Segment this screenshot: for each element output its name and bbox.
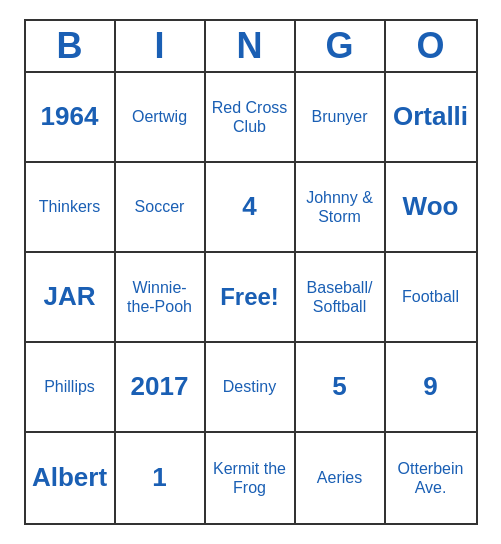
bingo-cell-0: 1964	[26, 73, 116, 163]
bingo-cell-16: 2017	[116, 343, 206, 433]
bingo-grid: 1964OertwigRed Cross ClubBrunyerOrtalliT…	[26, 73, 476, 523]
bingo-cell-21: 1	[116, 433, 206, 523]
bingo-cell-22: Kermit the Frog	[206, 433, 296, 523]
bingo-cell-8: Johnny & Storm	[296, 163, 386, 253]
bingo-cell-7: 4	[206, 163, 296, 253]
header-letter-n: N	[206, 21, 296, 71]
bingo-cell-10: JAR	[26, 253, 116, 343]
header-letter-g: G	[296, 21, 386, 71]
bingo-cell-6: Soccer	[116, 163, 206, 253]
bingo-cell-23: Aeries	[296, 433, 386, 523]
bingo-cell-14: Football	[386, 253, 476, 343]
bingo-cell-11: Winnie-the-Pooh	[116, 253, 206, 343]
bingo-cell-17: Destiny	[206, 343, 296, 433]
bingo-cell-12: Free!	[206, 253, 296, 343]
bingo-cell-4: Ortalli	[386, 73, 476, 163]
bingo-cell-13: Baseball/ Softball	[296, 253, 386, 343]
header-letter-b: B	[26, 21, 116, 71]
bingo-cell-1: Oertwig	[116, 73, 206, 163]
bingo-card: BINGO 1964OertwigRed Cross ClubBrunyerOr…	[24, 19, 478, 525]
bingo-cell-20: Albert	[26, 433, 116, 523]
header-letter-i: I	[116, 21, 206, 71]
bingo-cell-15: Phillips	[26, 343, 116, 433]
bingo-cell-24: Otterbein Ave.	[386, 433, 476, 523]
bingo-cell-19: 9	[386, 343, 476, 433]
bingo-cell-2: Red Cross Club	[206, 73, 296, 163]
bingo-header: BINGO	[26, 21, 476, 73]
header-letter-o: O	[386, 21, 476, 71]
bingo-cell-9: Woo	[386, 163, 476, 253]
bingo-cell-5: Thinkers	[26, 163, 116, 253]
bingo-cell-3: Brunyer	[296, 73, 386, 163]
bingo-cell-18: 5	[296, 343, 386, 433]
